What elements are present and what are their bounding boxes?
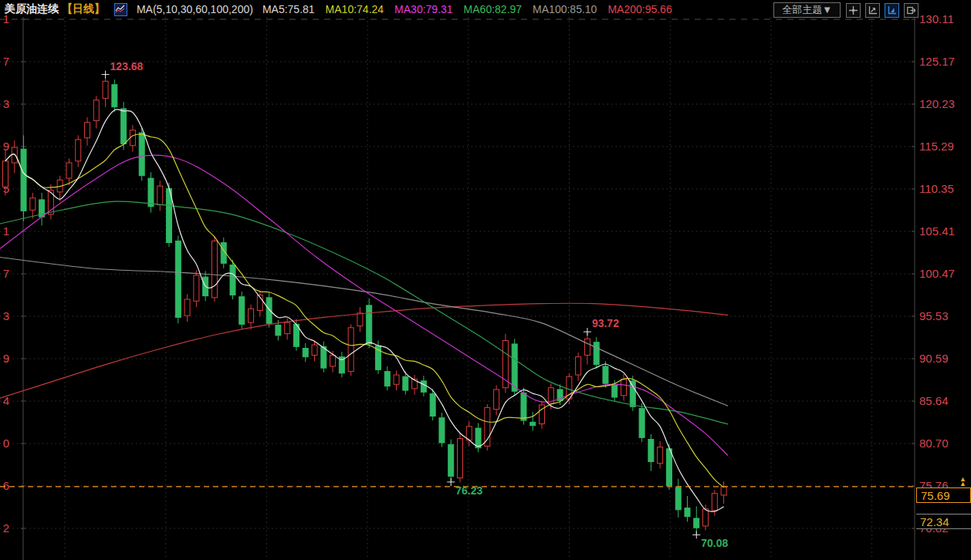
candle-body [712, 494, 717, 511]
y-axis-label: 90.59 [919, 352, 949, 365]
ma-value-label: MA30:79.31 [394, 3, 453, 15]
candle-body [321, 346, 326, 368]
candle-body [530, 422, 536, 425]
candle-body [494, 390, 499, 410]
axis-pointer-icon[interactable] [885, 3, 899, 18]
candle-body [112, 85, 117, 107]
price-annotation: 76.23 [455, 484, 482, 497]
candle-body [30, 198, 36, 211]
candle-body [93, 100, 99, 121]
y-axis-label: 85.64 [919, 394, 949, 407]
candle-body [285, 322, 290, 333]
candle-body [458, 438, 463, 477]
candle-body [175, 241, 181, 317]
candle-body [276, 325, 281, 335]
candle-body [384, 372, 390, 386]
candle-body [76, 140, 81, 161]
y-axis-left-digit: 3 [3, 309, 9, 322]
candle-body [685, 508, 690, 517]
theme-select-button[interactable]: 全部主题▼ [773, 2, 841, 18]
candle-body [466, 427, 472, 440]
candle-body [448, 444, 454, 476]
y-axis-label: 105.41 [919, 224, 955, 238]
candle-body [521, 393, 526, 420]
candle-body [648, 440, 654, 462]
candle-body [157, 186, 163, 204]
line-chart-icon[interactable] [114, 3, 127, 16]
candle-body [584, 339, 590, 355]
y-axis-label: 110.35 [919, 182, 954, 195]
y-axis-left-digit: 1 [3, 224, 9, 238]
ma-value-label: MA100:85.10 [533, 3, 597, 15]
candle-body [430, 394, 435, 417]
candle-body [403, 376, 408, 390]
candle-body [103, 81, 108, 98]
candle-body [194, 275, 199, 301]
y-axis-label: 80.70 [919, 437, 949, 450]
pan-icon[interactable] [846, 3, 861, 18]
ma-value-label: MA200:95.66 [607, 3, 672, 15]
candle-body [66, 163, 72, 178]
y-axis-label: 125.17 [919, 55, 955, 68]
candle-body [148, 178, 154, 207]
y-axis-left-digit: 3 [3, 97, 9, 110]
ma5-line [5, 110, 724, 511]
candle-body [85, 123, 90, 138]
candle-body [184, 299, 190, 315]
ma100-line [0, 258, 728, 407]
y-axis-label: 100.47 [919, 267, 955, 280]
candle-body [367, 305, 372, 344]
ma60-line [0, 201, 728, 424]
new-window-icon[interactable] [904, 3, 919, 18]
candle-body [621, 380, 627, 396]
candle-body [603, 366, 608, 383]
tool-icons [846, 3, 919, 18]
candle-body [357, 313, 363, 326]
period-tag: 【日线】 [62, 2, 105, 15]
candle-body [303, 349, 308, 357]
candle-body [675, 487, 681, 510]
candle-body [512, 344, 517, 391]
candle-body [485, 407, 490, 446]
candle-body [3, 161, 8, 187]
candlestick-chart[interactable]: 130.111125.177120.233115.299110.355105.4… [0, 0, 971, 560]
y-axis-left-digit: 7 [3, 267, 9, 280]
candle-body [21, 149, 26, 211]
candle-body [211, 241, 217, 297]
y-axis-label: 115.29 [919, 140, 954, 153]
candle-body [576, 357, 581, 375]
candle-body [721, 487, 726, 495]
ma-value-label: MA10:74.24 [326, 3, 384, 15]
scroll-to-latest-icon[interactable]: ▲▲ [959, 477, 966, 486]
y-axis-left-digit: 0 [3, 437, 9, 450]
y-axis-label: 120.23 [919, 97, 955, 110]
candle-body [121, 109, 127, 144]
axis-range-icon[interactable] [865, 3, 880, 18]
price-annotation: 93.72 [592, 317, 619, 329]
ma-values: MA5:75.81MA10:74.24MA30:79.31MA60:82.97M… [262, 3, 683, 15]
candle-body [658, 447, 663, 464]
candle-body [330, 355, 336, 366]
instrument-name: 美原油连续 [5, 2, 59, 15]
candle-body [312, 345, 317, 355]
y-axis-label: 130.11 [919, 12, 954, 25]
trading-chart-app: 130.111125.177120.233115.299110.355105.4… [0, 0, 971, 560]
chart-header: 美原油连续 【日线】 MA(5,10,30,60,100,200) MA5:75… [5, 0, 683, 19]
y-axis-left-digit: 9 [3, 352, 9, 365]
ma-value-label: MA60:82.97 [464, 3, 523, 15]
y-axis-label: 95.53 [919, 309, 949, 322]
candle-body [439, 418, 445, 443]
y-axis-left-digit: 2 [3, 521, 9, 535]
candle-body [130, 130, 135, 146]
candle-body [249, 309, 254, 322]
candle-body [666, 449, 672, 486]
ma10-line [5, 134, 724, 487]
candle-body [239, 297, 245, 325]
candle-body [139, 133, 144, 176]
price-annotation: 70.08 [701, 537, 728, 549]
candle-body [230, 265, 235, 295]
candle-body [703, 509, 709, 526]
candle-body [594, 342, 599, 365]
last-price-label: 75.69 [916, 487, 971, 503]
candle-body [639, 408, 645, 437]
